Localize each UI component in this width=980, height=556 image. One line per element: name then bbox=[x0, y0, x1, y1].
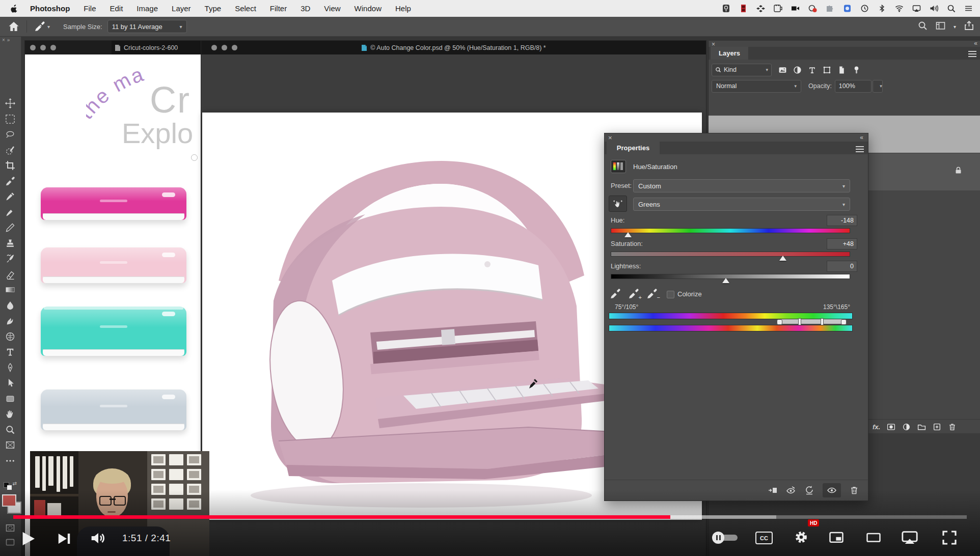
blend-mode-select[interactable]: Normal ▾ bbox=[712, 80, 801, 93]
tool-sphere-icon[interactable] bbox=[5, 331, 15, 342]
new-layer-button[interactable] bbox=[933, 423, 941, 431]
range-handle-right[interactable] bbox=[841, 319, 847, 325]
swap-colors-icon[interactable]: ⇄ bbox=[4, 482, 16, 491]
settings-gear-icon[interactable] bbox=[794, 530, 809, 545]
channel-select[interactable]: Greens▾ bbox=[633, 198, 850, 211]
preset-select[interactable]: Custom▾ bbox=[633, 179, 850, 192]
zoom-window-button[interactable] bbox=[232, 45, 237, 50]
menu-item-edit[interactable]: Edit bbox=[110, 4, 123, 13]
tool-quick-select-icon[interactable] bbox=[5, 145, 15, 155]
tool-path-select-icon[interactable] bbox=[5, 378, 15, 388]
next-button[interactable] bbox=[56, 531, 72, 546]
lightness-slider-thumb[interactable] bbox=[722, 278, 729, 283]
wifi-icon[interactable] bbox=[895, 4, 904, 13]
tool-more-icon[interactable] bbox=[5, 456, 15, 466]
share-icon[interactable] bbox=[964, 21, 974, 32]
smart-object-filter-icon[interactable] bbox=[837, 66, 846, 74]
chevron-down-icon[interactable]: ▾ bbox=[47, 24, 50, 30]
zoom-window-button[interactable] bbox=[50, 45, 56, 50]
targeted-adjustment-icon[interactable] bbox=[609, 196, 627, 212]
menu-item-type[interactable]: Type bbox=[205, 4, 222, 13]
notification-center-icon[interactable] bbox=[964, 4, 973, 13]
image-filter-icon[interactable] bbox=[778, 66, 787, 74]
tool-zoom-icon[interactable] bbox=[5, 425, 15, 435]
tool-type-icon[interactable] bbox=[5, 347, 15, 357]
saturation-slider[interactable] bbox=[611, 252, 850, 257]
hue-slider[interactable] bbox=[611, 228, 850, 233]
tool-gradient-icon[interactable] bbox=[5, 285, 15, 295]
tool-eraser-icon[interactable] bbox=[5, 269, 15, 280]
collapse-panel-icon[interactable]: « bbox=[860, 134, 863, 141]
search-icon[interactable] bbox=[918, 21, 928, 32]
opacity-value-field[interactable]: 100% bbox=[835, 80, 872, 93]
eyedropper-sample-icon[interactable] bbox=[610, 288, 621, 299]
record-icon[interactable] bbox=[808, 4, 817, 13]
miniplayer-button[interactable] bbox=[828, 530, 845, 545]
video-camera-icon[interactable] bbox=[791, 4, 800, 13]
mask-button[interactable] bbox=[887, 423, 895, 431]
volume-icon[interactable] bbox=[930, 4, 938, 13]
trash-button[interactable] bbox=[948, 423, 957, 431]
document-tab[interactable]: Cricut-colors-2-600 bbox=[112, 41, 204, 54]
view-previous-state-icon[interactable] bbox=[786, 485, 796, 495]
tool-blur-icon[interactable] bbox=[5, 300, 15, 311]
clip-to-layer-icon[interactable] bbox=[768, 485, 778, 495]
tool-hand-icon[interactable] bbox=[5, 409, 15, 419]
opacity-dropdown[interactable]: ▾ bbox=[873, 80, 883, 93]
app-menu-title[interactable]: Photoshop bbox=[30, 4, 70, 13]
lightness-slider[interactable] bbox=[611, 274, 850, 279]
workspace-icon[interactable] bbox=[936, 21, 945, 32]
tab-layers[interactable]: Layers bbox=[711, 47, 748, 60]
panel-menu-icon[interactable] bbox=[968, 49, 976, 57]
tool-pencil-icon[interactable] bbox=[5, 223, 15, 233]
blue-app-icon[interactable] bbox=[843, 4, 852, 13]
eyedropper-add-icon[interactable]: + bbox=[628, 288, 639, 299]
dropbox-icon[interactable] bbox=[756, 4, 765, 13]
tool-shape-icon[interactable] bbox=[5, 394, 15, 404]
play-button[interactable] bbox=[19, 530, 37, 548]
airplay-display-icon[interactable] bbox=[912, 4, 921, 13]
eyedropper-tool-icon[interactable] bbox=[34, 21, 45, 32]
reset-icon[interactable] bbox=[804, 485, 814, 495]
menu-item-3d[interactable]: 3D bbox=[301, 4, 310, 13]
captions-button[interactable]: CC bbox=[755, 532, 773, 544]
theater-mode-button[interactable] bbox=[865, 530, 882, 545]
fullscreen-button[interactable] bbox=[941, 530, 958, 546]
range-handle-left[interactable] bbox=[777, 319, 782, 325]
volume-icon[interactable] bbox=[90, 530, 107, 546]
saturation-value-field[interactable]: +48 bbox=[827, 238, 857, 249]
tab-properties[interactable]: Properties bbox=[607, 142, 660, 154]
menu-item-layer[interactable]: Layer bbox=[172, 4, 191, 13]
tool-brush-icon[interactable] bbox=[5, 207, 15, 217]
apple-menu-icon[interactable] bbox=[10, 4, 19, 13]
screen-recorder-icon[interactable] bbox=[722, 4, 730, 13]
menu-item-select[interactable]: Select bbox=[235, 4, 256, 13]
layer-style-fx-button[interactable]: fx. bbox=[873, 423, 880, 431]
foreground-color-swatch[interactable] bbox=[2, 494, 16, 507]
close-panel-icon[interactable]: × bbox=[608, 134, 612, 142]
close-window-button[interactable] bbox=[30, 45, 36, 50]
minimize-window-button[interactable] bbox=[40, 45, 46, 50]
adjustment-filter-icon[interactable] bbox=[793, 66, 802, 74]
pin-filter-icon[interactable] bbox=[852, 66, 861, 74]
color-swatches[interactable] bbox=[2, 494, 19, 517]
colorize-checkbox[interactable] bbox=[667, 291, 674, 298]
tool-crop-icon[interactable] bbox=[5, 160, 15, 171]
tool-smudge-icon[interactable] bbox=[5, 316, 15, 326]
airplay-button[interactable] bbox=[901, 529, 919, 546]
lightness-value-field[interactable]: 0 bbox=[827, 261, 857, 272]
time-machine-icon[interactable] bbox=[860, 4, 869, 13]
menu-item-file[interactable]: File bbox=[84, 4, 96, 13]
tool-history-brush-icon[interactable] bbox=[5, 254, 15, 264]
tool-clone-stamp-icon[interactable] bbox=[5, 238, 15, 248]
chevron-down-icon[interactable]: ▾ bbox=[954, 24, 956, 30]
adjustment-button[interactable] bbox=[902, 423, 911, 431]
eyedropper-subtract-icon[interactable]: − bbox=[646, 288, 658, 299]
type-filter-icon[interactable] bbox=[808, 66, 816, 74]
tool-healing-brush-icon[interactable] bbox=[5, 191, 15, 202]
film-strip-icon[interactable] bbox=[739, 4, 748, 13]
close-window-button[interactable] bbox=[211, 45, 217, 50]
menu-item-image[interactable]: Image bbox=[137, 4, 158, 13]
autoplay-toggle[interactable] bbox=[712, 531, 741, 545]
tool-slice-icon[interactable] bbox=[5, 440, 15, 450]
